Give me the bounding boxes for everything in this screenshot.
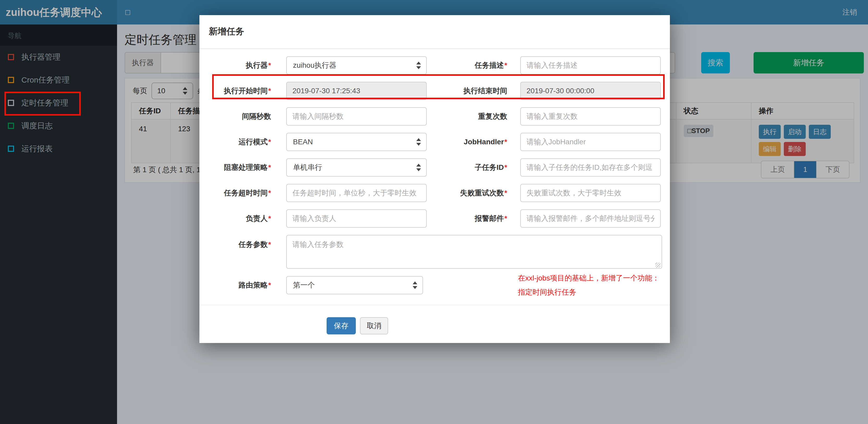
- screen: zuihou任务调度中心 □ 注销 导航 执行器管理 Cron任务管理 定时任务…: [0, 0, 868, 424]
- job-desc-label: 任务描述*: [427, 60, 507, 70]
- feature-note: 在xxl-jobs项目的基础上，新增了一个功能： 指定时间执行任务: [518, 271, 670, 299]
- annotation-box-exec-time-row: [212, 74, 665, 99]
- add-task-modal: 新增任务 执行器* zuihou执行器 任务描述* 执行开始时间* 执行结束时间…: [199, 15, 670, 343]
- feature-note-line1: 在xxl-jobs项目的基础上，新增了一个功能：: [518, 271, 670, 285]
- alarm-email-label: 报警邮件*: [427, 214, 507, 224]
- route-strategy-label: 路由策略*: [199, 280, 271, 290]
- author-input[interactable]: [286, 209, 427, 228]
- select-arrows-icon: [413, 282, 417, 289]
- job-desc-input[interactable]: [520, 56, 661, 74]
- job-handler-label: JobHandler*: [427, 138, 507, 146]
- job-handler-input[interactable]: [520, 133, 661, 151]
- form-row-executor: 执行器* zuihou执行器 任务描述*: [199, 56, 670, 74]
- feature-note-line2: 指定时间执行任务: [518, 285, 670, 299]
- form-row-author: 负责人* 报警邮件*: [199, 209, 670, 228]
- job-param-label: 任务参数*: [199, 235, 271, 250]
- repeat-count-label: 重复次数: [427, 111, 507, 121]
- alarm-email-input[interactable]: [520, 209, 661, 228]
- select-arrows-icon: [416, 164, 421, 171]
- select-arrows-icon: [416, 62, 421, 69]
- retry-input[interactable]: [520, 184, 661, 202]
- timeout-input[interactable]: [286, 184, 427, 202]
- glue-type-select[interactable]: BEAN: [286, 133, 427, 151]
- annotation-box-sidebar: [4, 92, 81, 116]
- block-strategy-label: 阻塞处理策略*: [199, 163, 271, 172]
- resize-grip-icon[interactable]: [655, 263, 660, 268]
- form-row-block: 阻塞处理策略* 单机串行 子任务ID*: [199, 158, 670, 176]
- modal-footer-divider: [199, 305, 670, 305]
- child-job-label: 子任务ID*: [427, 163, 507, 172]
- route-strategy-select[interactable]: 第一个: [286, 276, 423, 294]
- executor-select[interactable]: zuihou执行器: [286, 56, 427, 74]
- glue-type-label: 运行模式*: [199, 137, 271, 147]
- cancel-button[interactable]: 取消: [360, 317, 388, 334]
- form-row-route: 路由策略* 第一个 在xxl-jobs项目的基础上，新增了一个功能： 指定时间执…: [199, 276, 670, 294]
- retry-label: 失败重试次数*: [427, 188, 507, 198]
- author-label: 负责人*: [199, 214, 271, 224]
- executor-label: 执行器*: [199, 60, 271, 70]
- interval-label: 间隔秒数: [199, 111, 271, 121]
- form-row-param: 任务参数*: [199, 235, 670, 269]
- modal-title: 新增任务: [199, 15, 670, 37]
- timeout-label: 任务超时时间*: [199, 188, 271, 198]
- job-param-textarea[interactable]: [286, 235, 662, 269]
- form-row-glue: 运行模式* BEAN JobHandler*: [199, 133, 670, 151]
- form-row-interval: 间隔秒数 重复次数: [199, 107, 670, 126]
- repeat-count-input[interactable]: [520, 107, 661, 126]
- block-strategy-select[interactable]: 单机串行: [286, 158, 427, 176]
- child-job-input[interactable]: [520, 158, 661, 176]
- form-row-timeout: 任务超时时间* 失败重试次数*: [199, 184, 670, 202]
- select-arrows-icon: [416, 138, 421, 146]
- interval-input[interactable]: [286, 107, 427, 126]
- save-button[interactable]: 保存: [327, 317, 356, 334]
